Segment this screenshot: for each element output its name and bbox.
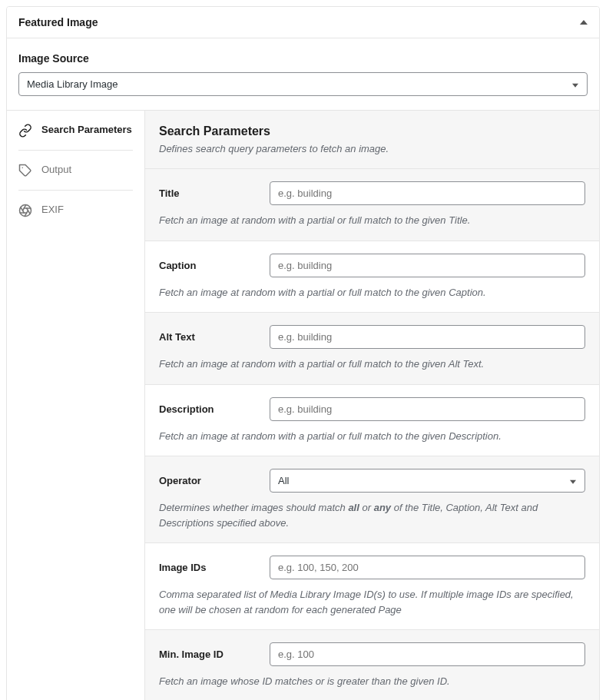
field-image-ids: Image IDs Comma separated list of Media … bbox=[145, 542, 599, 629]
title-input[interactable] bbox=[270, 181, 585, 205]
panel-title: Featured Image bbox=[18, 16, 98, 28]
field-alt-text: Alt Text Fetch an image at random with a… bbox=[145, 312, 599, 384]
image-source-select[interactable]: Media Library Image bbox=[18, 72, 588, 96]
field-title: Title Fetch an image at random with a pa… bbox=[145, 168, 599, 241]
field-label: Image IDs bbox=[159, 562, 257, 573]
field-help: Fetch an image at random with a partial … bbox=[159, 357, 585, 372]
alt-text-input[interactable] bbox=[270, 325, 585, 349]
caption-input[interactable] bbox=[270, 254, 585, 277]
field-help: Determines whether images should match a… bbox=[159, 500, 585, 530]
field-description: Description Fetch an image at random wit… bbox=[145, 384, 599, 456]
field-operator: Operator All Determines whether images s… bbox=[145, 456, 599, 542]
tab-label: EXIF bbox=[41, 203, 64, 217]
content-subheading: Defines search query parameters to fetch… bbox=[159, 143, 585, 154]
tab-label: Search Parameters bbox=[41, 123, 132, 137]
content-header: Search Parameters Defines search query p… bbox=[145, 111, 599, 168]
field-label: Description bbox=[159, 403, 257, 415]
content-area: Search Parameters Defines search query p… bbox=[145, 111, 599, 700]
content-heading: Search Parameters bbox=[159, 124, 585, 138]
field-help: Fetch an image at random with a partial … bbox=[159, 285, 585, 300]
field-help: Fetch an image at random with a partial … bbox=[159, 429, 585, 444]
operator-select[interactable]: All bbox=[270, 469, 585, 493]
field-min-image-id: Min. Image ID Fetch an image whose ID ma… bbox=[145, 629, 599, 700]
main-layout: Search Parameters Output bbox=[7, 111, 599, 700]
field-help: Fetch an image whose ID matches or is gr… bbox=[159, 674, 585, 689]
min-image-id-input[interactable] bbox=[270, 642, 585, 666]
image-source-label: Image Source bbox=[18, 52, 588, 65]
aperture-icon bbox=[18, 204, 32, 217]
tab-exif[interactable]: EXIF bbox=[7, 191, 144, 230]
tab-output[interactable]: Output bbox=[7, 151, 144, 190]
image-source-section: Image Source Media Library Image bbox=[7, 38, 599, 111]
image-ids-input[interactable] bbox=[270, 556, 585, 579]
collapse-up-icon bbox=[580, 20, 588, 25]
field-label: Title bbox=[159, 187, 257, 199]
field-help: Comma separated list of Media Library Im… bbox=[159, 587, 585, 617]
link-icon bbox=[18, 124, 32, 138]
field-help: Fetch an image at random with a partial … bbox=[159, 213, 585, 228]
image-source-select-wrapper: Media Library Image bbox=[18, 72, 588, 96]
tab-label: Output bbox=[41, 163, 71, 177]
tabs-sidebar: Search Parameters Output bbox=[7, 111, 145, 700]
panel-header[interactable]: Featured Image bbox=[7, 7, 599, 38]
field-label: Alt Text bbox=[159, 331, 257, 343]
field-label: Caption bbox=[159, 260, 257, 271]
description-input[interactable] bbox=[270, 397, 585, 421]
field-caption: Caption Fetch an image at random with a … bbox=[145, 241, 599, 313]
field-label: Operator bbox=[159, 475, 257, 486]
tag-icon bbox=[18, 164, 32, 177]
tab-search-parameters[interactable]: Search Parameters bbox=[7, 111, 144, 150]
field-label: Min. Image ID bbox=[159, 649, 257, 660]
featured-image-panel: Featured Image Image Source Media Librar… bbox=[6, 6, 600, 700]
